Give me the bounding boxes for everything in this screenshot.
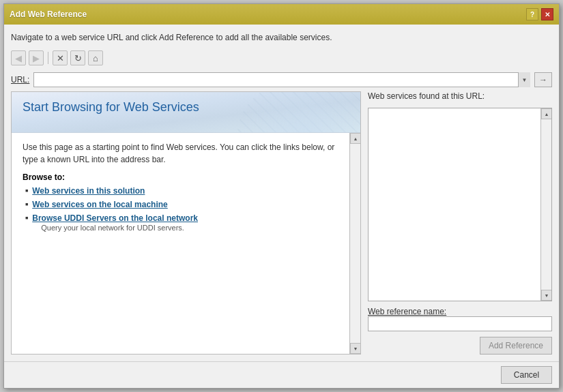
list-item: Web services in this solution	[23, 186, 347, 196]
toolbar-row: ◀ ▶ ✕ ↻ ⌂	[11, 50, 552, 68]
back-icon: ◀	[15, 53, 22, 63]
link-uddi[interactable]: Browse UDDI Servers on the local network	[32, 213, 198, 223]
add-reference-button[interactable]: Add Reference	[480, 337, 552, 355]
url-label-text: URL:	[11, 75, 29, 85]
stop-icon: ✕	[57, 53, 64, 63]
right-panel: Web services found at this URL: ▲ ▼ Web …	[368, 91, 552, 355]
forward-icon: ▶	[33, 53, 40, 63]
browse-scrollbar-track	[350, 144, 360, 343]
forward-button[interactable]: ▶	[29, 50, 44, 65]
services-scrollbar-down[interactable]: ▼	[541, 290, 552, 301]
services-scrollbar-track	[541, 119, 551, 290]
url-label: URL:	[11, 75, 29, 85]
back-button[interactable]: ◀	[11, 50, 26, 65]
home-icon: ⌂	[93, 53, 98, 63]
refresh-icon: ↻	[74, 53, 82, 63]
browse-panel-header: Start Browsing for Web Services	[12, 92, 360, 133]
dialog-footer: Cancel	[4, 361, 559, 388]
url-row: URL: ▼ →	[11, 72, 552, 87]
home-button[interactable]: ⌂	[88, 50, 103, 65]
close-button[interactable]: ✕	[541, 8, 553, 20]
instruction-text: Navigate to a web service URL and click …	[11, 31, 552, 46]
add-web-reference-dialog: Add Web Reference ? ✕ Navigate to a web …	[3, 3, 560, 389]
ref-name-label: Web reference name:	[368, 307, 552, 316]
browse-scrollbar-up[interactable]: ▲	[350, 133, 360, 144]
link-uddi-desc: Query your local network for UDDI server…	[41, 224, 198, 232]
list-item: Web services on the local machine	[23, 200, 347, 209]
url-input[interactable]	[33, 72, 530, 87]
services-found-label: Web services found at this URL:	[368, 91, 552, 101]
ref-name-input[interactable]	[368, 316, 552, 331]
toolbar-separator	[48, 52, 48, 64]
link-solution[interactable]: Web services in this solution	[32, 186, 145, 196]
browse-to-label: Browse to:	[23, 172, 347, 182]
browse-links: Web services in this solution Web servic…	[23, 186, 347, 232]
title-bar-controls: ? ✕	[526, 8, 553, 20]
browse-scrollbar-down[interactable]: ▼	[350, 343, 360, 354]
services-scrollbar: ▲ ▼	[540, 108, 551, 301]
services-scrollbar-up[interactable]: ▲	[541, 108, 552, 119]
browse-panel: Start Browsing for Web Services Use this…	[11, 91, 361, 355]
services-list	[369, 108, 540, 301]
ref-name-label-text: Web reference name:	[368, 307, 446, 316]
cancel-button[interactable]: Cancel	[501, 366, 552, 384]
main-content: Start Browsing for Web Services Use this…	[11, 91, 552, 355]
go-icon: →	[539, 75, 547, 85]
help-button[interactable]: ?	[526, 8, 538, 20]
browse-panel-scrollbar: ▲ ▼	[349, 133, 360, 354]
link-local-machine[interactable]: Web services on the local machine	[32, 200, 168, 209]
services-box: ▲ ▼	[368, 108, 552, 301]
dialog-body: Navigate to a web service URL and click …	[4, 25, 559, 361]
ref-name-section: Web reference name:	[368, 307, 552, 331]
refresh-button[interactable]: ↻	[70, 50, 85, 65]
browse-panel-body: Use this page as a starting point to fin…	[12, 133, 360, 354]
title-bar: Add Web Reference ? ✕	[4, 4, 559, 25]
list-item: Browse UDDI Servers on the local network…	[23, 213, 347, 232]
go-button[interactable]: →	[534, 72, 552, 87]
browse-instruction: Use this page as a starting point to fin…	[23, 141, 347, 166]
browse-panel-title: Start Browsing for Web Services	[23, 100, 349, 115]
dialog-title: Add Web Reference	[10, 10, 87, 19]
url-input-wrapper: ▼	[33, 72, 530, 87]
stop-button[interactable]: ✕	[53, 50, 68, 65]
